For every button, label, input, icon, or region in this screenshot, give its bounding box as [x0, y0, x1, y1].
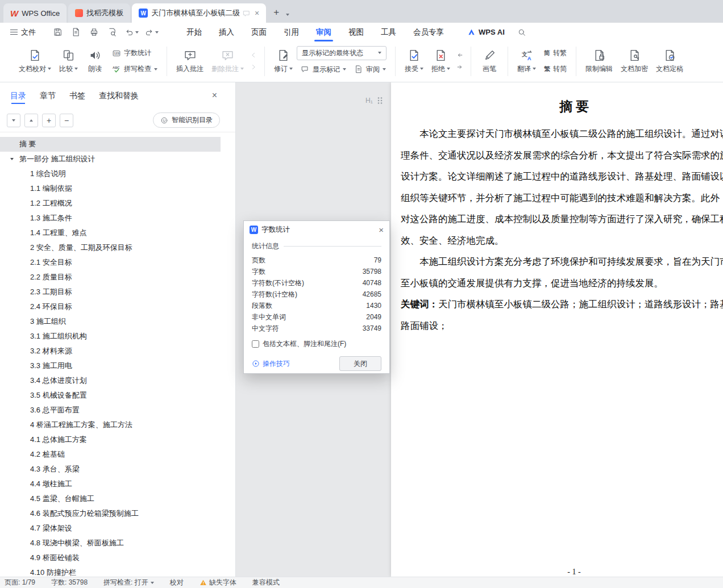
toc-item[interactable]: 1.2 工程概况: [0, 196, 221, 211]
toc-item[interactable]: 3.5 机械设备配置: [0, 388, 221, 403]
next-comment-button[interactable]: [248, 62, 259, 72]
toc-item[interactable]: 3.6 总平面布置: [0, 403, 221, 418]
toc-item[interactable]: 2.1 安全目标: [0, 255, 221, 270]
status-page-indicator[interactable]: 页面: 1/79: [5, 578, 35, 587]
toc-item[interactable]: 4.4 墩柱施工: [0, 477, 221, 491]
toc-item[interactable]: 4.2 桩基础: [0, 447, 221, 462]
wps-ai-button[interactable]: WPS AI: [467, 28, 505, 36]
new-tab-button[interactable]: +: [273, 7, 279, 18]
dialog-close-button[interactable]: 关闭: [339, 356, 381, 371]
tab-list-chevron-icon[interactable]: [286, 14, 289, 16]
translate-button[interactable]: 文A 翻译: [513, 44, 540, 79]
menu-tab[interactable]: 页面: [243, 23, 275, 41]
toc-item[interactable]: 4.8 现浇中横梁、桥面板施工: [0, 536, 221, 551]
menu-tab[interactable]: 引用: [275, 23, 308, 41]
previous-comment-button[interactable]: [248, 50, 259, 60]
toc-item[interactable]: 3.4 总体进度计划: [0, 373, 221, 388]
print-preview-button[interactable]: [105, 26, 119, 39]
status-word-count[interactable]: 字数: 35798: [51, 578, 88, 587]
toc-item[interactable]: 1.3 施工条件: [0, 211, 221, 226]
include-footnotes-checkbox[interactable]: [252, 340, 259, 348]
close-dialog-icon[interactable]: ×: [379, 225, 384, 235]
status-spellcheck[interactable]: 拼写检查: 打开: [103, 578, 154, 587]
toc-item[interactable]: 4.6 装配式预应力砼箱梁预制施工: [0, 506, 221, 521]
toc-item[interactable]: 2 安全、质量、工期及环保目标: [0, 240, 221, 255]
show-markup-button[interactable]: 显示标记: [297, 62, 350, 77]
toc-item[interactable]: 第一部分 施工组织设计: [0, 152, 221, 166]
tab-wps-office[interactable]: W WPS Office: [3, 3, 67, 23]
toc-item[interactable]: 4.5 盖梁、台帽施工: [0, 491, 221, 506]
toc-item[interactable]: 4.3 承台、系梁: [0, 462, 221, 477]
word-count-button[interactable]: 123 字数统计: [108, 46, 161, 60]
expand-all-button[interactable]: [24, 114, 38, 127]
toc-item[interactable]: 1 综合说明: [0, 166, 221, 181]
close-sidebar-icon[interactable]: ×: [212, 82, 217, 109]
toc-item[interactable]: 4 桥涵工程施工方案、施工方法: [0, 418, 221, 432]
document-page[interactable]: 摘 要 本论文主要探讨天门市横林镇至小板镇二级公路的施工组织设计。通过对该区理条…: [391, 82, 723, 577]
include-footnotes-checkbox-row[interactable]: 包括文本框、脚注和尾注(F): [252, 339, 381, 349]
read-aloud-button[interactable]: 朗读: [82, 44, 108, 79]
track-changes-button[interactable]: 修订: [270, 44, 297, 79]
menu-tab[interactable]: 工具: [372, 23, 405, 41]
finalize-doc-button[interactable]: 文档定稿: [652, 44, 687, 79]
zoom-in-outline-button[interactable]: +: [42, 114, 56, 127]
tab-document[interactable]: W 天门市横林镇至小板镇二级公 ×: [132, 3, 266, 23]
output-pdf-button[interactable]: [69, 26, 82, 39]
sidebar-tab[interactable]: 查找和替换: [99, 82, 139, 109]
menu-tab[interactable]: 插入: [210, 23, 243, 41]
toc-item[interactable]: 4.9 桥面砼铺装: [0, 551, 221, 565]
restrict-editing-button[interactable]: 限制编辑: [581, 44, 617, 79]
compare-button[interactable]: 比较: [55, 44, 82, 79]
doc-proofread-button[interactable]: 文档校对: [15, 44, 55, 79]
toc-item[interactable]: 1.1 编制依据: [0, 181, 221, 196]
to-traditional-button[interactable]: 简 转繁: [540, 46, 571, 60]
print-button[interactable]: [87, 26, 101, 39]
toc-item[interactable]: 摘 要: [0, 137, 221, 152]
status-missing-font[interactable]: 缺失字体: [200, 578, 236, 587]
smart-recognize-toc-button[interactable]: 智能识别目录: [153, 112, 220, 128]
undo-button[interactable]: [124, 27, 139, 37]
paragraph-handle[interactable]: H₁: [365, 97, 383, 105]
toc-item[interactable]: 3 施工组织: [0, 314, 221, 329]
toc-item[interactable]: 4.1 总体施工方案: [0, 432, 221, 447]
markup-state-select[interactable]: 显示标记的最终状态: [297, 46, 387, 60]
menu-tab[interactable]: 开始: [178, 23, 210, 41]
dialog-title-bar[interactable]: W 字数统计 ×: [244, 221, 389, 238]
status-proofread[interactable]: 校对: [170, 578, 184, 587]
toc-item[interactable]: 1.4 工程重、难点: [0, 226, 221, 240]
insert-comment-button[interactable]: 插入批注: [172, 44, 207, 79]
encrypt-doc-button[interactable]: 文档加密: [617, 44, 652, 79]
toc-item[interactable]: 3.2 材料来源: [0, 344, 221, 358]
reject-revision-button[interactable]: 拒绝: [427, 44, 454, 79]
accept-revision-button[interactable]: 接受: [401, 44, 427, 79]
spell-check-button[interactable]: ABC 拼写检查: [108, 62, 161, 76]
tips-link[interactable]: 操作技巧: [252, 359, 290, 369]
search-button[interactable]: [517, 28, 526, 37]
ink-brush-button[interactable]: 画笔: [476, 44, 502, 79]
toc-item[interactable]: 3.1 施工组织机构: [0, 329, 221, 344]
toc-item[interactable]: 4.10 防撞护栏: [0, 565, 221, 576]
sidebar-tab[interactable]: 目录: [10, 82, 26, 109]
status-compat-mode[interactable]: 兼容模式: [252, 578, 280, 587]
toc-item[interactable]: 2.2 质量目标: [0, 270, 221, 285]
toc-item[interactable]: 2.3 工期目标: [0, 285, 221, 299]
close-tab-icon[interactable]: ×: [255, 9, 259, 18]
next-revision-button[interactable]: [454, 62, 466, 72]
toc-item[interactable]: 4.7 梁体架设: [0, 521, 221, 536]
menu-tab[interactable]: 审阅: [308, 23, 340, 41]
menu-tab[interactable]: 会员专享: [405, 23, 452, 41]
delete-comment-button[interactable]: 删除批注: [207, 44, 248, 79]
tab-docer-template[interactable]: 找稻壳模板: [68, 3, 130, 23]
to-simplified-button[interactable]: 繁 转简: [540, 62, 571, 76]
zoom-out-outline-button[interactable]: −: [60, 114, 73, 127]
file-menu-button[interactable]: 文件: [0, 27, 43, 37]
menu-tab[interactable]: 视图: [340, 23, 372, 41]
sidebar-tab[interactable]: 章节: [40, 82, 56, 109]
toc-item[interactable]: 2.4 环保目标: [0, 299, 221, 314]
redo-button[interactable]: [144, 27, 159, 37]
previous-revision-button[interactable]: [454, 50, 466, 60]
toc-item[interactable]: 3.3 施工用电: [0, 358, 221, 373]
review-menu-button[interactable]: 审阅: [350, 62, 390, 77]
save-button[interactable]: [51, 26, 64, 39]
collapse-all-button[interactable]: [7, 114, 20, 127]
